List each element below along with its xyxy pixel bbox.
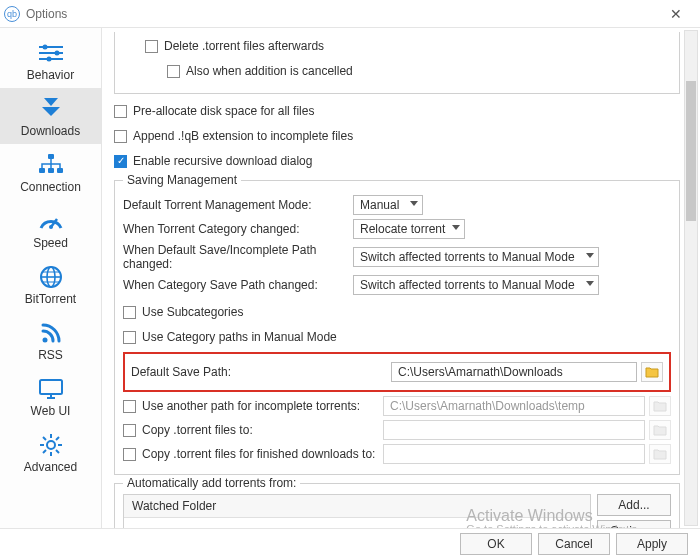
category-changed-label: When Torrent Category changed: (123, 222, 353, 236)
svg-rect-9 (39, 168, 45, 173)
watched-folder-options-button[interactable]: Options.. (597, 520, 671, 528)
browse-folder-button-disabled (649, 420, 671, 440)
default-path-changed-select[interactable]: Switch affected torrents to Manual Mode (353, 247, 599, 267)
window-title: Options (26, 7, 656, 21)
dialog-footer: OK Cancel Apply (0, 528, 700, 558)
close-button[interactable]: ✕ (656, 6, 696, 22)
category-changed-select[interactable]: Relocate torrent (353, 219, 465, 239)
titlebar: qb Options ✕ (0, 0, 700, 28)
copy-finished-checkbox[interactable]: Copy .torrent files for finished downloa… (123, 447, 383, 461)
svg-point-17 (42, 338, 47, 343)
checkbox-label: Use another path for incomplete torrents… (142, 399, 360, 413)
folder-icon (645, 366, 659, 378)
svg-point-3 (42, 45, 47, 50)
checkbox-label: Enable recursive download dialog (133, 154, 312, 168)
sidebar-item-label: Advanced (24, 460, 77, 474)
svg-rect-10 (48, 168, 54, 173)
group-title: Automatically add torrents from: (123, 476, 300, 490)
browse-folder-button-disabled (649, 444, 671, 464)
cancel-button[interactable]: Cancel (538, 533, 610, 555)
default-save-path-input[interactable]: C:\Users\Amarnath\Downloads (391, 362, 637, 382)
checkbox-icon (123, 306, 136, 319)
checkbox-icon (114, 105, 127, 118)
svg-point-21 (47, 441, 55, 449)
gear-icon (35, 432, 67, 458)
default-save-path-label: Default Save Path: (131, 365, 391, 379)
sidebar-item-bittorrent[interactable]: BitTorrent (0, 256, 101, 312)
folder-icon (653, 400, 667, 412)
chevron-down-icon (586, 281, 594, 286)
checkbox-label: Pre-allocate disk space for all files (133, 104, 314, 118)
checkbox-icon (123, 331, 136, 344)
sidebar-item-label: Downloads (21, 124, 80, 138)
checkbox-icon (123, 448, 136, 461)
svg-line-28 (43, 450, 46, 453)
checkbox-icon (123, 424, 136, 437)
checkbox-label: Also when addition is cancelled (186, 64, 353, 78)
ok-button[interactable]: OK (460, 533, 532, 555)
checkbox-icon (145, 40, 158, 53)
default-save-path-highlight: Default Save Path: C:\Users\Amarnath\Dow… (123, 352, 671, 392)
also-when-cancelled-checkbox[interactable]: Also when addition is cancelled (167, 60, 671, 82)
sidebar-item-label: Behavior (27, 68, 74, 82)
checkbox-icon (114, 130, 127, 143)
sidebar-item-label: Connection (20, 180, 81, 194)
sidebar-item-webui[interactable]: Web UI (0, 368, 101, 424)
default-mode-select[interactable]: Manual (353, 195, 423, 215)
sidebar-item-behavior[interactable]: Behavior (0, 32, 101, 88)
downloads-icon (35, 96, 67, 122)
browse-folder-button[interactable] (641, 362, 663, 382)
checkbox-label: Use Subcategories (142, 305, 243, 319)
use-subcategories-checkbox[interactable]: Use Subcategories (123, 301, 671, 323)
monitor-icon (35, 376, 67, 402)
folder-icon (653, 424, 667, 436)
watched-folders-table[interactable]: Watched Folder (123, 494, 591, 528)
gauge-icon (35, 208, 67, 234)
use-category-paths-checkbox[interactable]: Use Category paths in Manual Mode (123, 326, 671, 348)
sidebar-item-connection[interactable]: Connection (0, 144, 101, 200)
folder-icon (653, 448, 667, 460)
sidebar-item-label: Speed (33, 236, 68, 250)
vertical-scrollbar[interactable] (684, 30, 698, 526)
app-icon: qb (4, 6, 20, 22)
group-title: Saving Management (123, 173, 241, 187)
chevron-down-icon (586, 253, 594, 258)
svg-rect-11 (57, 168, 63, 173)
checkbox-label: Copy .torrent files to: (142, 423, 253, 437)
sidebar-item-rss[interactable]: RSS (0, 312, 101, 368)
saving-management-group: Saving Management Default Torrent Manage… (114, 180, 680, 475)
network-icon (35, 152, 67, 178)
checkbox-icon (123, 400, 136, 413)
svg-rect-8 (48, 154, 54, 159)
sidebar-item-label: Web UI (31, 404, 71, 418)
default-path-changed-label: When Default Save/Incomplete Path change… (123, 243, 353, 271)
svg-line-26 (43, 437, 46, 440)
svg-point-13 (49, 225, 53, 229)
sidebar-item-downloads[interactable]: Downloads (0, 88, 101, 144)
svg-rect-18 (40, 380, 62, 394)
svg-line-27 (56, 450, 59, 453)
checkbox-icon (167, 65, 180, 78)
chevron-down-icon (410, 201, 418, 206)
incomplete-path-input: C:\Users\Amarnath\Downloads\temp (383, 396, 645, 416)
delete-torrent-checkbox[interactable]: Delete .torrent files afterwards (145, 35, 671, 57)
sidebar-item-label: RSS (38, 348, 63, 362)
category-path-changed-select[interactable]: Switch affected torrents to Manual Mode (353, 275, 599, 295)
copy-finished-path-input (383, 444, 645, 464)
sidebar-item-advanced[interactable]: Advanced (0, 424, 101, 480)
sidebar-item-speed[interactable]: Speed (0, 200, 101, 256)
add-watched-folder-button[interactable]: Add... (597, 494, 671, 516)
enable-recursive-checkbox[interactable]: ✓ Enable recursive download dialog (114, 150, 680, 172)
append-qb-checkbox[interactable]: Append .!qB extension to incomplete file… (114, 125, 680, 147)
copy-torrent-checkbox[interactable]: Copy .torrent files to: (123, 423, 383, 437)
auto-add-group: Automatically add torrents from: Watched… (114, 483, 680, 528)
globe-icon (35, 264, 67, 290)
apply-button[interactable]: Apply (616, 533, 688, 555)
chevron-down-icon (452, 225, 460, 230)
checkbox-label: Append .!qB extension to incomplete file… (133, 129, 353, 143)
copy-torrent-path-input (383, 420, 645, 440)
preallocate-checkbox[interactable]: Pre-allocate disk space for all files (114, 100, 680, 122)
checkbox-checked-icon: ✓ (114, 155, 127, 168)
category-path-changed-label: When Category Save Path changed: (123, 278, 353, 292)
use-incomplete-path-checkbox[interactable]: Use another path for incomplete torrents… (123, 399, 383, 413)
